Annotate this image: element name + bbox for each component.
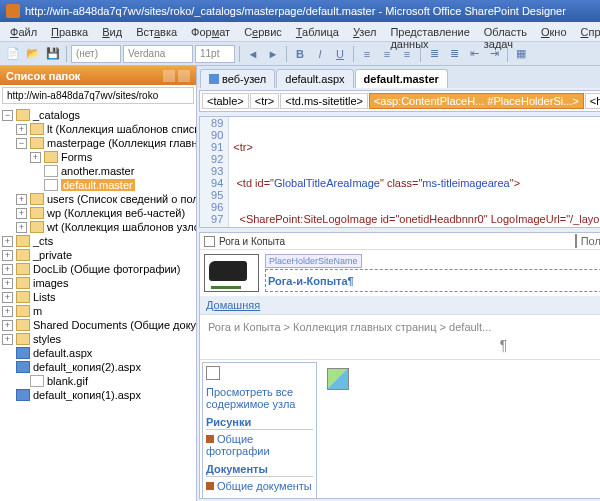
font-select[interactable]: Verdana bbox=[123, 45, 193, 63]
pin-icon[interactable] bbox=[163, 70, 175, 82]
menu-format[interactable]: Формат bbox=[185, 24, 236, 39]
menu-dataview[interactable]: Представление данных bbox=[384, 24, 475, 39]
menu-window[interactable]: Окно bbox=[535, 24, 573, 39]
style-select[interactable]: (нет) bbox=[71, 45, 121, 63]
tree-lt[interactable]: lt (Коллекция шаблонов списков) bbox=[47, 123, 196, 135]
align-right-icon[interactable]: ≡ bbox=[398, 45, 416, 63]
tree-masterpage[interactable]: masterpage (Коллекция главных страниц) bbox=[47, 137, 196, 149]
tree-default-master[interactable]: default.master bbox=[61, 179, 135, 191]
pics-item[interactable]: Общие фотографии bbox=[206, 433, 313, 457]
close-icon[interactable] bbox=[178, 70, 190, 82]
tab-master[interactable]: default.master bbox=[355, 69, 448, 88]
new-icon[interactable]: 📄 bbox=[4, 45, 22, 63]
recycle-icon[interactable] bbox=[206, 366, 220, 380]
expand-icon[interactable]: + bbox=[30, 152, 41, 163]
checkbox-icon[interactable] bbox=[575, 234, 577, 248]
menu-tools[interactable]: Сервис bbox=[238, 24, 288, 39]
tree-wt[interactable]: wt (Коллекция шаблонов узлов) bbox=[47, 221, 196, 233]
menu-edit[interactable]: Правка bbox=[45, 24, 94, 39]
expand-icon[interactable]: + bbox=[16, 208, 27, 219]
tree-lists[interactable]: Lists bbox=[33, 291, 56, 303]
tree-images[interactable]: images bbox=[33, 277, 68, 289]
menu-taskpane[interactable]: Область задач bbox=[478, 24, 533, 39]
indent-icon[interactable]: ⇥ bbox=[485, 45, 503, 63]
align-left-icon[interactable]: ≡ bbox=[358, 45, 376, 63]
tree-forms[interactable]: Forms bbox=[61, 151, 92, 163]
view-all-link[interactable]: Просмотреть все содержимое узла bbox=[206, 386, 313, 410]
menu-node[interactable]: Узел bbox=[347, 24, 382, 39]
numlist-icon[interactable]: ≣ bbox=[445, 45, 463, 63]
expand-icon[interactable]: + bbox=[2, 320, 13, 331]
tab-web[interactable]: веб-узел bbox=[200, 69, 275, 88]
expand-icon[interactable]: + bbox=[16, 222, 27, 233]
underline-icon[interactable]: U bbox=[331, 45, 349, 63]
expand-icon[interactable]: + bbox=[2, 236, 13, 247]
expand-icon[interactable]: + bbox=[2, 306, 13, 317]
document-tabs: веб-узел default.aspx default.master bbox=[197, 66, 600, 88]
expand-icon[interactable]: + bbox=[2, 278, 13, 289]
bold-icon[interactable]: B bbox=[291, 45, 309, 63]
bullet-icon bbox=[206, 482, 214, 490]
tree-blank[interactable]: blank.gif bbox=[47, 375, 88, 387]
menu-table[interactable]: Таблица bbox=[290, 24, 345, 39]
tree-cts[interactable]: _cts bbox=[33, 235, 53, 247]
file-icon bbox=[44, 179, 58, 191]
folder-icon bbox=[16, 109, 30, 121]
checkbox-icon[interactable] bbox=[204, 236, 215, 247]
tree-wp[interactable]: wp (Коллекция веб-частей) bbox=[47, 207, 185, 219]
crumb-tr[interactable]: <tr> bbox=[250, 93, 280, 109]
tree-users[interactable]: users (Список сведений о пользователях) bbox=[47, 193, 196, 205]
doc-icon bbox=[16, 389, 30, 401]
menu-view[interactable]: Вид bbox=[96, 24, 128, 39]
open-icon[interactable]: 📂 bbox=[24, 45, 42, 63]
tree-defaultaspx[interactable]: default.aspx bbox=[33, 347, 92, 359]
crumb-h1[interactable]: <h1.ms-sitetitle> bbox=[585, 93, 600, 109]
expand-icon[interactable]: + bbox=[16, 124, 27, 135]
expand-icon[interactable]: + bbox=[2, 334, 13, 345]
tree-catalogs[interactable]: _catalogs bbox=[33, 109, 80, 121]
expand-icon[interactable]: + bbox=[2, 250, 13, 261]
tree-shared[interactable]: Shared Documents (Общие документы) bbox=[33, 319, 196, 331]
tree-copy2[interactable]: default_копия(2).aspx bbox=[33, 361, 141, 373]
site-title[interactable]: Рога-и-Копыта¶↖ bbox=[265, 269, 600, 292]
home-link[interactable]: Домашняя bbox=[206, 299, 260, 311]
expand-icon[interactable]: + bbox=[2, 292, 13, 303]
folder-icon bbox=[30, 207, 44, 219]
placeholder-label[interactable]: PlaceHolderSiteName bbox=[265, 254, 362, 268]
collapse-icon[interactable]: − bbox=[2, 110, 13, 121]
italic-icon[interactable]: I bbox=[311, 45, 329, 63]
next-icon[interactable]: ► bbox=[264, 45, 282, 63]
code-editor[interactable]: 8990919293949596979899100 <tr> <td id="G… bbox=[199, 116, 600, 228]
border-icon[interactable]: ▦ bbox=[512, 45, 530, 63]
tree-copy1[interactable]: default_копия(1).aspx bbox=[33, 389, 141, 401]
content-zone[interactable] bbox=[319, 360, 600, 499]
design-view[interactable]: Рога и Копыта Пользователь: WIN-A848DA7Q… bbox=[199, 232, 600, 499]
menu-insert[interactable]: Вставка bbox=[130, 24, 183, 39]
docs-item[interactable]: Общие документы bbox=[206, 480, 313, 492]
tree-styles[interactable]: styles bbox=[33, 333, 61, 345]
address-bar[interactable]: http://win-a848da7q7wv/sites/roko bbox=[2, 87, 194, 104]
crumb-placeholder[interactable]: <asp:ContentPlaceH... #PlaceHolderSi...> bbox=[369, 93, 584, 109]
crumb-table[interactable]: <table> bbox=[202, 93, 249, 109]
outdent-icon[interactable]: ⇤ bbox=[465, 45, 483, 63]
collapse-icon[interactable]: − bbox=[16, 138, 27, 149]
list-icon[interactable]: ≣ bbox=[425, 45, 443, 63]
align-center-icon[interactable]: ≡ bbox=[378, 45, 396, 63]
line-gutter: 8990919293949596979899100 bbox=[200, 117, 229, 227]
tree-another[interactable]: another.master bbox=[61, 165, 134, 177]
image-placeholder bbox=[327, 368, 349, 390]
expand-icon[interactable]: + bbox=[16, 194, 27, 205]
crumb-td[interactable]: <td.ms-sitetitle> bbox=[280, 93, 368, 109]
quick-launch: Просмотреть все содержимое узла Рисунки … bbox=[202, 362, 317, 499]
expand-icon[interactable]: + bbox=[2, 264, 13, 275]
tab-aspx[interactable]: default.aspx bbox=[276, 69, 353, 88]
prev-icon[interactable]: ◄ bbox=[244, 45, 262, 63]
tree-private[interactable]: _private bbox=[33, 249, 72, 261]
tree-m[interactable]: m bbox=[33, 305, 42, 317]
menu-help[interactable]: Справка bbox=[575, 24, 600, 39]
tree-doclib[interactable]: DocLib (Общие фотографии) bbox=[33, 263, 180, 275]
save-icon[interactable]: 💾 bbox=[44, 45, 62, 63]
menu-file[interactable]: ФФайлайл bbox=[4, 24, 43, 39]
size-select[interactable]: 11pt bbox=[195, 45, 235, 63]
code-lines[interactable]: <tr> <td id="GlobalTitleAreaImage" class… bbox=[229, 117, 600, 227]
